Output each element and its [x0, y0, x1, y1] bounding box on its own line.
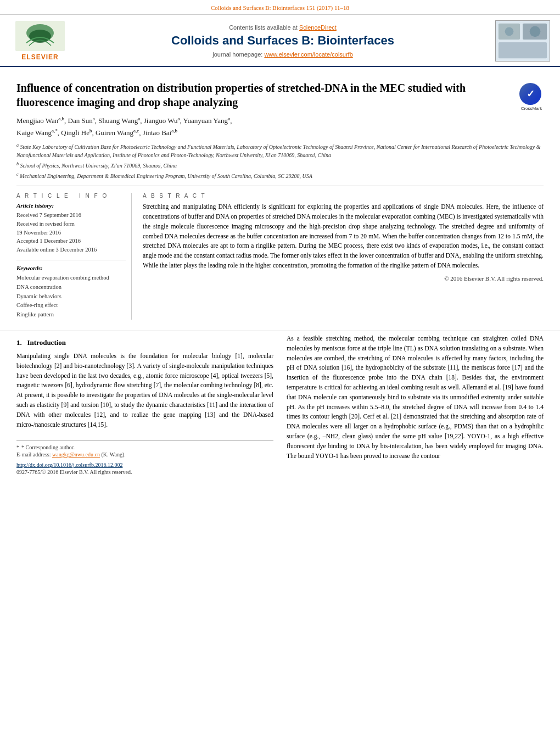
section-number: 1. [16, 338, 22, 347]
author-wang-guiren: Guiren Wanga,c [96, 129, 139, 137]
article-history-heading: Article history: [16, 202, 126, 209]
top-bar: Colloids and Surfaces B: Biointerfaces 1… [0, 0, 560, 15]
affiliation-c: c Mechanical Engineering, Department & B… [16, 171, 544, 180]
affiliation-a: a State Key Laboratory of Cultivation Ba… [16, 142, 544, 159]
svg-point-8 [530, 26, 541, 37]
asterisk: * [16, 444, 19, 450]
detected-and: and [219, 401, 228, 408]
author-wan: Mengjiao Wana,b [16, 116, 64, 125]
article-info-abstract: A R T I C L E I N F O Article history: R… [16, 193, 544, 320]
divider-history-keywords [16, 260, 126, 260]
journal-title-section: Contents lists available at ScienceDirec… [70, 24, 495, 57]
homepage-link[interactable]: www.elsevier.com/locate/colsurfb [264, 51, 352, 58]
abstract-text: Stretching and manipulating DNA efficien… [143, 202, 544, 271]
crossmark-symbol: ✓ [519, 83, 541, 105]
email-suffix: (K. Wang). [101, 451, 125, 458]
affiliation-b: b School of Physics, Northwest Universit… [16, 161, 544, 170]
keyword-2: DNA concentration [16, 283, 126, 292]
received-revised-date: 19 November 2016 [16, 228, 126, 237]
intro-heading: 1. Introduction [16, 338, 273, 347]
article-body: Influence of concentration on distributi… [0, 67, 560, 331]
author-wang-kaige: Kaige Wanga,* [16, 129, 58, 137]
article-title-row: Influence of concentration on distributi… [16, 72, 544, 109]
author-he: Qingli Heb [61, 129, 92, 137]
svg-point-2 [29, 30, 51, 43]
author-sun: Dan Suna [68, 116, 95, 125]
logo-image [15, 21, 65, 51]
received-date: Received 7 September 2016 [16, 211, 126, 220]
thumbnail-graphic [496, 21, 550, 61]
email-line: E-mail address: wangkg@nwu.edu.cn (K. Wa… [16, 450, 273, 459]
abstract-col: A B S T R A C T Stretching and manipulat… [143, 193, 544, 320]
intro-para1: Manipulating single DNA molecules is the… [16, 352, 273, 430]
contents-line: Contents lists available at ScienceDirec… [81, 24, 484, 31]
logo-graphic [15, 21, 65, 51]
svg-rect-6 [499, 42, 547, 58]
journal-thumbnail [495, 20, 550, 62]
keyword-4: Coffee-ring effect [16, 301, 126, 310]
authors-line: Mengjiao Wana,b, Dan Suna, Shuang Wanga,… [16, 115, 544, 139]
crossmark-badge[interactable]: ✓ CrossMark [519, 83, 544, 107]
issn-line: 0927-7765/© 2016 Elsevier B.V. All right… [16, 468, 273, 476]
corresponding-text: * Corresponding author. [21, 444, 75, 450]
svg-point-7 [505, 27, 514, 36]
divider-after-affiliations [16, 186, 544, 186]
divider-footnote: http://dx.doi.org/10.1016/j.colsurfb.201… [16, 462, 273, 468]
elsevier-logo: ELSEVIER [10, 21, 70, 61]
contents-text: Contents lists available at [229, 24, 298, 31]
keywords-section: Keywords: Molecular evaporation combing … [16, 265, 126, 320]
available-online-date: Available online 3 December 2016 [16, 246, 126, 254]
article-title: Influence of concentration on distributi… [16, 81, 519, 109]
footnote-area: * * Corresponding author. E-mail address… [16, 440, 273, 476]
author-wu: Jianguo Wua [144, 116, 180, 125]
accepted-date: Accepted 1 December 2016 [16, 237, 126, 246]
sciencedirect-link[interactable]: ScienceDirect [299, 24, 337, 31]
journal-name: Colloids and Surfaces B: Biointerfaces [81, 34, 484, 48]
author-wang-shuang: Shuang Wanga [98, 116, 140, 125]
section-title: Introduction [27, 338, 66, 347]
author-bai: Jintao Baia,b [143, 129, 177, 137]
copyright-line: © 2016 Elsevier B.V. All rights reserved… [143, 275, 544, 282]
homepage-line: journal homepage: www.elsevier.com/locat… [81, 51, 484, 58]
article-info-col: A R T I C L E I N F O Article history: R… [16, 193, 132, 320]
keyword-5: Ringlike pattern [16, 310, 126, 320]
article-info-label: A R T I C L E I N F O [16, 193, 126, 199]
main-content: 1. Introduction Manipulating single DNA … [0, 331, 560, 488]
corresponding-note: * * Corresponding author. [16, 444, 273, 450]
doi-link[interactable]: http://dx.doi.org/10.1016/j.colsurfb.201… [16, 462, 122, 468]
received-revised-label: Received in revised form [16, 220, 126, 228]
page-wrapper: Colloids and Surfaces B: Biointerfaces 1… [0, 0, 560, 487]
email-link[interactable]: wangkg@nwu.edu.cn [52, 451, 100, 458]
keyword-1: Molecular evaporation combing method [16, 274, 126, 283]
journal-header: ELSEVIER Contents lists available at Sci… [0, 15, 560, 67]
keyword-3: Dynamic behaviors [16, 292, 126, 302]
two-column-main: 1. Introduction Manipulating single DNA … [16, 334, 544, 477]
homepage-text: journal homepage: [212, 51, 262, 58]
keywords-heading: Keywords: [16, 265, 126, 271]
abstract-label: A B S T R A C T [143, 193, 544, 199]
email-label: E-mail address: [16, 451, 51, 458]
elsevier-brand-text: ELSEVIER [21, 53, 58, 61]
author-yang: Yuanyuan Yanga [183, 116, 231, 125]
journal-issue-link[interactable]: Colloids and Surfaces B: Biointerfaces 1… [211, 4, 349, 11]
intro-left-col: 1. Introduction Manipulating single DNA … [16, 334, 273, 477]
intro-right-col: As a feasible stretching method, the mol… [287, 334, 544, 477]
intro-para2: As a feasible stretching method, the mol… [287, 334, 544, 461]
